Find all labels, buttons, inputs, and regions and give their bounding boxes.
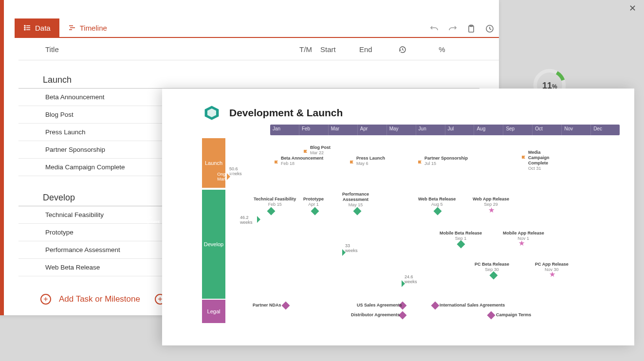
milestone-label: Web Beta ReleaseAug 5 bbox=[418, 197, 456, 207]
column-headers: Title T/M Start End % bbox=[18, 39, 499, 60]
month-cell: Jun bbox=[416, 125, 445, 135]
month-cell: Sep bbox=[503, 125, 532, 135]
diamond-icon bbox=[353, 207, 362, 216]
col-history-icon bbox=[398, 45, 427, 54]
tab-timeline[interactable]: Timeline bbox=[59, 18, 116, 37]
col-end: End bbox=[359, 45, 398, 54]
toolbar bbox=[430, 19, 494, 38]
milestone-label: Mobile App ReleaseNov 1 bbox=[503, 231, 544, 241]
duration-label: 46.2 weeks bbox=[240, 215, 253, 225]
milestone-label: Press LaunchMay 6 bbox=[356, 156, 385, 166]
milestone-label: Distributor Agreements bbox=[351, 312, 397, 318]
col-percent: % bbox=[427, 45, 457, 54]
diamond-icon bbox=[487, 311, 496, 320]
flag-icon bbox=[303, 150, 308, 156]
duration-label: 24.6 weeks bbox=[405, 274, 417, 284]
diamond-icon bbox=[457, 240, 465, 249]
tab-data[interactable]: Data bbox=[15, 18, 59, 37]
milestone-label: PrototypeApr 1 bbox=[303, 197, 324, 207]
month-cell: Dec bbox=[590, 125, 620, 135]
month-cell: Feb bbox=[299, 125, 328, 135]
plus-icon: + bbox=[40, 294, 51, 305]
redo-button[interactable] bbox=[448, 24, 457, 33]
gantt-chart: Jan Feb Mar Apr May Jun Jul Aug Sep Oct … bbox=[202, 125, 620, 331]
flag-icon bbox=[521, 156, 526, 162]
month-cell: Apr bbox=[357, 125, 386, 135]
milestone-label: PC App ReleaseNov 30 bbox=[535, 262, 569, 272]
list-icon bbox=[23, 24, 31, 32]
milestone-label: PC Beta ReleaseSep 30 bbox=[475, 262, 509, 272]
month-cell: May bbox=[386, 125, 416, 135]
milestone-label: Campaign Terms bbox=[496, 312, 531, 318]
month-axis: Jan Feb Mar Apr May Jun Jul Aug Sep Oct … bbox=[270, 125, 620, 135]
close-button[interactable]: ✕ bbox=[629, 3, 636, 14]
app-logo-icon bbox=[203, 104, 221, 122]
milestone-label: Blog PostMar 22 bbox=[310, 145, 331, 156]
add-task-button[interactable]: + Add Task or Milestone bbox=[40, 294, 140, 305]
col-tm: T/M bbox=[291, 45, 320, 54]
milestone-label: International Sales Agreements bbox=[440, 303, 505, 308]
swimlane-label: Legal bbox=[202, 300, 225, 323]
milestone-label: US Sales Agreements bbox=[357, 303, 397, 308]
clipboard-button[interactable] bbox=[467, 24, 476, 33]
month-cell: Nov bbox=[561, 125, 590, 135]
undo-button[interactable] bbox=[430, 24, 439, 33]
bar-label: Windows App Development bbox=[322, 276, 348, 291]
milestone-label: Technical FeasibilityFeb 15 bbox=[254, 197, 296, 207]
add-task-label: Add Task or Milestone bbox=[59, 294, 140, 304]
milestone-label: Beta AnnouncementFeb 18 bbox=[281, 156, 323, 166]
swimlane-label: Develop bbox=[202, 190, 225, 299]
month-cell: Aug bbox=[474, 125, 503, 135]
duration-label: 33 weeks bbox=[345, 243, 358, 253]
diamond-icon bbox=[490, 271, 498, 280]
milestone-label: Partner NDAs bbox=[253, 303, 280, 308]
month-cell: Mar bbox=[328, 125, 357, 135]
svg-point-2 bbox=[24, 27, 25, 28]
diamond-icon bbox=[282, 302, 290, 310]
month-cell: Oct bbox=[532, 125, 561, 135]
milestone-label: Mobile Beta ReleaseSep 1 bbox=[440, 231, 482, 241]
diamond-icon bbox=[431, 302, 440, 310]
tab-bar: Data Timeline bbox=[15, 19, 499, 38]
bar-label: Web App Development bbox=[134, 215, 160, 224]
group-launch[interactable]: Launch bbox=[18, 68, 479, 89]
bar-label: Mobile App Development bbox=[248, 248, 274, 257]
flag-icon bbox=[418, 161, 423, 166]
preview-title: Development & Launch bbox=[229, 107, 343, 119]
history-button[interactable] bbox=[485, 24, 494, 33]
milestone-label: Performance AssessmentMay 15 bbox=[342, 192, 369, 208]
timeline-preview: Development & Launch Jan Feb Mar Apr May… bbox=[162, 89, 634, 345]
col-title: Title bbox=[18, 45, 291, 54]
svg-point-4 bbox=[24, 29, 25, 30]
flag-icon bbox=[274, 161, 279, 166]
month-cell: Jul bbox=[445, 125, 474, 135]
col-start: Start bbox=[320, 45, 359, 54]
diamond-icon bbox=[434, 207, 442, 216]
svg-point-0 bbox=[24, 25, 25, 26]
milestone-label: Web App ReleaseSep 29 bbox=[473, 197, 509, 207]
diamond-icon bbox=[267, 207, 276, 216]
diamond-icon bbox=[311, 207, 319, 216]
timeline-icon bbox=[68, 24, 76, 32]
flag-icon bbox=[350, 161, 354, 166]
tab-timeline-label: Timeline bbox=[80, 24, 107, 32]
tab-data-label: Data bbox=[35, 24, 51, 32]
milestone-label: Media Campaign CompleteOct 31 bbox=[528, 150, 550, 171]
month-cell: Jan bbox=[270, 125, 299, 135]
milestone-label: Partner SponsorshipJul 15 bbox=[424, 156, 468, 166]
